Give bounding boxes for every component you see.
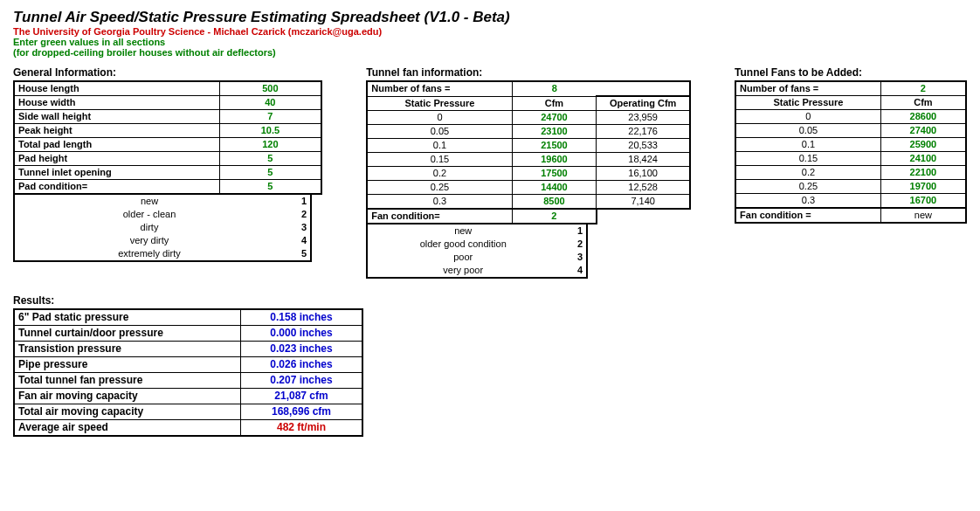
num-fans-label: Number of fans =	[367, 81, 512, 96]
res-label: 6" Pad static pressure	[14, 309, 241, 326]
sp: 0.15	[735, 152, 880, 166]
cfm[interactable]: 21500	[512, 139, 597, 153]
res-value: 0.000 inches	[241, 326, 363, 342]
cond-label: dirty	[14, 221, 284, 234]
sp: 0.05	[735, 124, 880, 138]
cfm[interactable]: 19700	[880, 180, 966, 194]
cfm[interactable]: 14400	[512, 181, 597, 195]
fans-table: Number of fans = 8 Static Pressure Cfm O…	[366, 80, 691, 224]
added-num-label: Number of fans =	[735, 81, 880, 96]
res-label: Transistion pressure	[14, 342, 241, 357]
general-info-column: General Information: House length500 Hou…	[13, 66, 322, 279]
res-label: Average air speed	[14, 420, 241, 437]
cfm[interactable]: 17500	[512, 167, 597, 181]
fan-cond-label: Fan condition=	[367, 209, 512, 224]
gen-value[interactable]: 7	[219, 110, 321, 124]
gen-label: Total pad length	[14, 138, 219, 152]
general-table: House length500 House width40 Side wall …	[13, 80, 322, 195]
gen-value[interactable]: 10.5	[219, 124, 321, 138]
cond-label: older good condition	[367, 238, 558, 251]
gen-label: Pad condition=	[14, 180, 219, 195]
cond-label: new	[14, 195, 284, 208]
col-sp: Static Pressure	[367, 96, 512, 111]
op: 12,528	[597, 181, 690, 195]
res-value: 0.023 inches	[241, 342, 363, 357]
sp: 0.15	[367, 153, 512, 167]
col-cfm: Cfm	[880, 96, 966, 110]
fan-cond-value[interactable]: 2	[512, 209, 597, 224]
cfm[interactable]: 8500	[512, 195, 597, 210]
sp: 0.25	[367, 181, 512, 195]
num-fans-value[interactable]: 8	[512, 81, 597, 96]
fan-condition-legend: new1 older good condition2 poor3 very po…	[366, 224, 588, 279]
cond-code: 2	[558, 238, 587, 251]
gen-value[interactable]: 500	[219, 81, 321, 96]
cfm[interactable]: 25900	[880, 138, 966, 152]
cfm[interactable]: 19600	[512, 153, 597, 167]
res-value: 0.158 inches	[241, 309, 363, 326]
cond-code: 1	[284, 195, 311, 208]
cfm[interactable]: 22100	[880, 166, 966, 180]
cfm[interactable]: 27400	[880, 124, 966, 138]
sp: 0	[735, 110, 880, 124]
sp: 0	[367, 111, 512, 125]
col-opcfm: Operating Cfm	[597, 96, 690, 111]
res-value: 21,087 cfm	[241, 389, 363, 404]
cond-label: very dirty	[14, 234, 284, 247]
subtitle-author: The University of Georgia Poultry Scienc…	[13, 26, 967, 37]
gen-value[interactable]: 5	[219, 180, 321, 195]
gen-label: Peak height	[14, 124, 219, 138]
cond-label: poor	[367, 251, 558, 264]
results-heading: Results:	[13, 294, 967, 307]
cfm[interactable]: 24700	[512, 111, 597, 125]
gen-value[interactable]: 40	[219, 96, 321, 110]
sp: 0.2	[735, 166, 880, 180]
added-fans-column: Tunnel Fans to be Added: Number of fans …	[735, 66, 967, 279]
cond-code: 5	[284, 247, 311, 261]
cond-code: 3	[284, 221, 311, 234]
sp: 0.1	[735, 138, 880, 152]
gen-label: House width	[14, 96, 219, 110]
op: 23,959	[597, 111, 690, 125]
sp: 0.3	[367, 195, 512, 210]
page-title: Tunnel Air Speed/Static Pressure Estimat…	[13, 9, 967, 26]
added-table: Number of fans = 2 Static Pressure Cfm 0…	[735, 80, 967, 224]
res-label: Total tunnel fan pressure	[14, 373, 241, 389]
results-block: Results: 6" Pad static pressure0.158 inc…	[13, 294, 967, 437]
cfm[interactable]: 16700	[880, 194, 966, 209]
gen-label: Tunnel inlet opening	[14, 166, 219, 180]
cfm[interactable]: 23100	[512, 125, 597, 139]
res-label: Fan air moving capacity	[14, 389, 241, 404]
res-value: 0.207 inches	[241, 373, 363, 389]
cond-code: 2	[284, 208, 311, 221]
added-heading: Tunnel Fans to be Added:	[735, 66, 967, 79]
sp: 0.1	[367, 139, 512, 153]
fans-heading: Tunnel fan information:	[366, 66, 691, 79]
gen-value[interactable]: 5	[219, 166, 321, 180]
gen-label: Pad height	[14, 152, 219, 166]
cfm[interactable]: 24100	[880, 152, 966, 166]
instruction-2: (for dropped-ceiling broiler houses with…	[13, 47, 967, 58]
gen-value[interactable]: 120	[219, 138, 321, 152]
cond-code: 3	[558, 251, 587, 264]
general-heading: General Information:	[13, 66, 322, 79]
added-cond-value: new	[880, 208, 966, 223]
res-label: Pipe pressure	[14, 357, 241, 373]
added-cond-label: Fan condition =	[735, 208, 880, 223]
cfm[interactable]: 28600	[880, 110, 966, 124]
sp: 0.3	[735, 194, 880, 209]
gen-label: House length	[14, 81, 219, 96]
gen-label: Side wall height	[14, 110, 219, 124]
op: 7,140	[597, 195, 690, 210]
cond-code: 4	[284, 234, 311, 247]
cond-code: 4	[558, 264, 587, 278]
results-table: 6" Pad static pressure0.158 inches Tunne…	[13, 308, 363, 437]
added-num-value[interactable]: 2	[880, 81, 966, 96]
gen-value[interactable]: 5	[219, 152, 321, 166]
res-value: 168,696 cfm	[241, 404, 363, 420]
res-value: 482 ft/min	[241, 420, 363, 437]
cond-label: older - clean	[14, 208, 284, 221]
col-sp: Static Pressure	[735, 96, 880, 110]
res-label: Tunnel curtain/door pressure	[14, 326, 241, 342]
cond-code: 1	[558, 224, 587, 238]
